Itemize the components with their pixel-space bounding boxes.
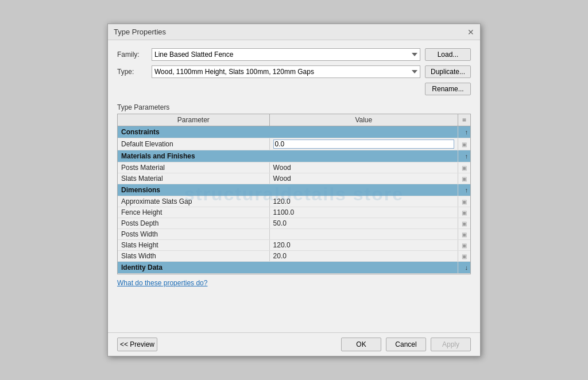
group-collapse-0[interactable]: ↑: [458, 126, 471, 138]
table-row: Posts Depth 50.0 ▣: [118, 218, 470, 229]
table-row: Default Elevation ▣: [118, 138, 470, 150]
value-cell-1-1: Wood: [269, 173, 458, 184]
family-row: Family: Line Based Slatted Fence Load...: [117, 48, 471, 61]
footer-right-buttons: OK Cancel Apply: [341, 338, 471, 351]
load-button[interactable]: Load...: [425, 48, 471, 61]
group-name-0: Constraints: [118, 126, 458, 138]
table-row: Approximate Slats Gap 120.0 ▣: [118, 196, 470, 207]
table-row: Slats Height 120.0 ▣: [118, 240, 470, 251]
table-row: Posts Material Wood ▣: [118, 162, 470, 173]
cancel-button[interactable]: Cancel: [386, 338, 426, 351]
group-name-1: Materials and Finishes: [118, 150, 458, 162]
param-name-2-5: Slats Width: [118, 251, 269, 262]
type-select[interactable]: Wood, 1100mm Height, Slats 100mm, 120mm …: [152, 65, 420, 78]
row-icon-2-4: ▣: [458, 240, 471, 251]
row-icon-2-1: ▣: [458, 207, 471, 218]
col-icon: =: [458, 114, 471, 126]
col-value: Value: [269, 114, 458, 126]
row-icon-0-0: ▣: [458, 138, 471, 150]
rename-button[interactable]: Rename...: [425, 83, 471, 95]
group-collapse-3[interactable]: ↓: [458, 262, 471, 274]
param-name-1-1: Slats Material: [118, 173, 269, 184]
row-icon-1-1: ▣: [458, 173, 471, 184]
value-cell-0-0: [269, 138, 458, 150]
row-icon-2-0: ▣: [458, 196, 471, 207]
value-cell-2-4: 120.0: [269, 240, 458, 251]
rename-row: Rename...: [117, 83, 471, 95]
group-collapse-2[interactable]: ↑: [458, 184, 471, 196]
group-name-3: Identity Data: [118, 262, 458, 274]
close-button[interactable]: ✕: [467, 28, 474, 36]
type-row: Type: Wood, 1100mm Height, Slats 100mm, …: [117, 65, 471, 78]
ok-button[interactable]: OK: [341, 338, 381, 351]
value-cell-2-5: 20.0: [269, 251, 458, 262]
param-name-1-0: Posts Material: [118, 162, 269, 173]
family-select[interactable]: Line Based Slatted Fence: [152, 48, 420, 61]
value-cell-2-0: 120.0: [269, 196, 458, 207]
param-name-2-0: Approximate Slats Gap: [118, 196, 269, 207]
preview-button[interactable]: << Preview: [117, 338, 157, 351]
what-properties-link[interactable]: What do these properties do?: [117, 279, 471, 287]
apply-button[interactable]: Apply: [431, 338, 471, 351]
row-icon-2-2: ▣: [458, 218, 471, 229]
value-cell-2-2: 50.0: [269, 218, 458, 229]
dialog-footer: << Preview OK Cancel Apply: [108, 332, 480, 356]
parameters-table-container: Parameter Value = Constraints ↑ Default …: [117, 114, 471, 274]
param-name-2-1: Fence Height: [118, 207, 269, 218]
param-name-2-4: Slats Height: [118, 240, 269, 251]
section-title: Type Parameters: [117, 103, 471, 111]
title-bar: Type Properties ✕: [108, 24, 480, 40]
group-header-3: Identity Data ↓: [118, 262, 470, 274]
parameters-table: Parameter Value = Constraints ↑ Default …: [118, 114, 470, 274]
dialog-title: Type Properties: [114, 28, 166, 36]
value-cell-2-3: [269, 229, 458, 240]
group-header-0: Constraints ↑: [118, 126, 470, 138]
table-row: Slats Material Wood ▣: [118, 173, 470, 184]
group-name-2: Dimensions: [118, 184, 458, 196]
table-wrapper: Parameter Value = Constraints ↑ Default …: [117, 114, 471, 274]
type-label: Type:: [117, 68, 152, 76]
table-row: Fence Height 1100.0 ▣: [118, 207, 470, 218]
row-icon-1-0: ▣: [458, 162, 471, 173]
table-row: Posts Width ▣: [118, 229, 470, 240]
value-cell-2-1: 1100.0: [269, 207, 458, 218]
family-label: Family:: [117, 51, 152, 59]
param-name-2-2: Posts Depth: [118, 218, 269, 229]
group-header-2: Dimensions ↑: [118, 184, 470, 196]
table-row: Slats Width 20.0 ▣: [118, 251, 470, 262]
duplicate-button[interactable]: Duplicate...: [425, 65, 471, 78]
table-header-row: Parameter Value =: [118, 114, 470, 126]
group-collapse-1[interactable]: ↑: [458, 150, 471, 162]
type-properties-dialog: Type Properties ✕ Family: Line Based Sla…: [107, 24, 481, 356]
group-header-1: Materials and Finishes ↑: [118, 150, 470, 162]
param-name-0-0: Default Elevation: [118, 138, 269, 150]
row-icon-2-5: ▣: [458, 251, 471, 262]
param-name-2-3: Posts Width: [118, 229, 269, 240]
value-input-0-0[interactable]: [273, 139, 454, 149]
col-parameter: Parameter: [118, 114, 269, 126]
dialog-body: Family: Line Based Slatted Fence Load...…: [108, 40, 480, 332]
row-icon-2-3: ▣: [458, 229, 471, 240]
value-cell-1-0: Wood: [269, 162, 458, 173]
